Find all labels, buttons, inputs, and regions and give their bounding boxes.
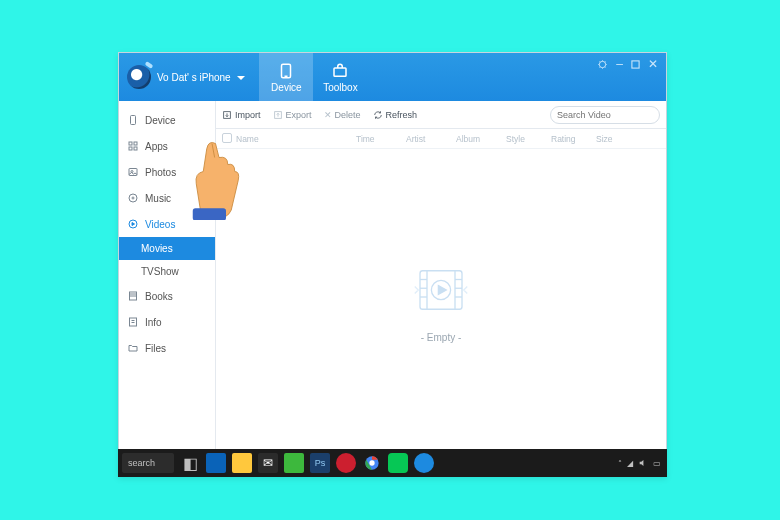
sidebar-item-videos[interactable]: Videos xyxy=(119,211,215,237)
tray-chevron-icon[interactable]: ˄ xyxy=(618,459,622,468)
sidebar-item-photos[interactable]: Photos xyxy=(119,159,215,185)
sidebar-item-books[interactable]: Books xyxy=(119,283,215,309)
music-icon xyxy=(127,192,139,204)
sidebar-sub-label: Movies xyxy=(141,243,173,254)
taskbar-app-line[interactable] xyxy=(388,453,408,473)
col-rating[interactable]: Rating xyxy=(551,134,596,144)
sidebar-item-files[interactable]: Files xyxy=(119,335,215,361)
export-button[interactable]: Export xyxy=(273,110,312,120)
tab-device[interactable]: Device xyxy=(259,53,313,101)
settings-icon[interactable] xyxy=(597,59,608,70)
taskbar-app-opera[interactable] xyxy=(336,453,356,473)
window-close-icon[interactable]: ✕ xyxy=(648,57,658,71)
column-headers: Name Time Artist Album Style Rating Size xyxy=(216,129,666,149)
col-artist[interactable]: Artist xyxy=(406,134,456,144)
title-bar: Vo Dat' s iPhone Device Toolbox – ✕ xyxy=(119,53,666,101)
svg-point-12 xyxy=(129,194,137,202)
sidebar-item-device[interactable]: Device xyxy=(119,107,215,133)
sidebar: Device Apps Photos Music Videos Movies xyxy=(119,101,216,476)
export-label: Export xyxy=(286,110,312,120)
refresh-button[interactable]: Refresh xyxy=(373,110,418,120)
window-minimize-icon[interactable]: – xyxy=(616,57,623,71)
device-name-label: Vo Dat' s iPhone xyxy=(157,72,231,83)
window-maximize-icon[interactable] xyxy=(631,60,640,69)
refresh-icon xyxy=(373,110,383,120)
empty-video-icon xyxy=(406,262,476,318)
books-icon xyxy=(127,290,139,302)
col-album[interactable]: Album xyxy=(456,134,506,144)
sidebar-item-label: Info xyxy=(145,317,162,328)
sidebar-item-label: Videos xyxy=(145,219,175,230)
app-logo-icon xyxy=(127,65,151,89)
search-input[interactable] xyxy=(557,110,669,120)
taskbar-app-green[interactable] xyxy=(284,453,304,473)
sidebar-sub-movies[interactable]: Movies xyxy=(119,237,215,260)
window-controls: – ✕ xyxy=(597,57,658,71)
col-name[interactable]: Name xyxy=(236,134,356,144)
delete-label: Delete xyxy=(335,110,361,120)
taskbar-app-edge[interactable] xyxy=(206,453,226,473)
system-tray[interactable]: ˄ ◢ ▭ xyxy=(618,458,667,468)
app-body: Device Apps Photos Music Videos Movies xyxy=(119,101,666,476)
app-window: Vo Dat' s iPhone Device Toolbox – ✕ Devi… xyxy=(118,52,667,477)
sidebar-sub-tvshow[interactable]: TVShow xyxy=(119,260,215,283)
tray-volume-icon[interactable] xyxy=(638,458,648,468)
svg-rect-7 xyxy=(134,142,137,145)
sidebar-item-music[interactable]: Music xyxy=(119,185,215,211)
chevron-down-icon xyxy=(237,76,245,80)
sidebar-item-label: Files xyxy=(145,343,166,354)
info-icon xyxy=(127,316,139,328)
taskbar-app-mail[interactable]: ✉ xyxy=(258,453,278,473)
select-all-checkbox[interactable] xyxy=(222,133,236,145)
sidebar-item-info[interactable]: Info xyxy=(119,309,215,335)
task-view-icon[interactable]: ◧ xyxy=(180,453,200,473)
svg-rect-9 xyxy=(134,147,137,150)
apps-icon xyxy=(127,140,139,152)
svg-rect-8 xyxy=(129,147,132,150)
empty-label: - Empty - xyxy=(421,332,462,343)
device-icon xyxy=(277,62,295,80)
sidebar-item-apps[interactable]: Apps xyxy=(119,133,215,159)
toolbox-icon xyxy=(331,62,349,80)
tab-toolbox[interactable]: Toolbox xyxy=(313,53,367,101)
import-button[interactable]: Import xyxy=(222,110,261,120)
windows-taskbar: search ◧ ✉ Ps ˄ ◢ ▭ xyxy=(118,449,667,477)
main-panel: Import Export ✕ Delete Refresh xyxy=(216,101,666,476)
tab-device-label: Device xyxy=(271,82,302,93)
sidebar-item-label: Apps xyxy=(145,141,168,152)
import-label: Import xyxy=(235,110,261,120)
phone-icon xyxy=(127,114,139,126)
sidebar-item-label: Photos xyxy=(145,167,176,178)
device-selector[interactable]: Vo Dat' s iPhone xyxy=(157,72,245,83)
taskbar-app-ps[interactable]: Ps xyxy=(310,453,330,473)
delete-icon: ✕ xyxy=(324,110,332,120)
svg-point-3 xyxy=(600,61,606,67)
photos-icon xyxy=(127,166,139,178)
sidebar-item-label: Device xyxy=(145,115,176,126)
svg-rect-5 xyxy=(131,116,136,125)
svg-rect-2 xyxy=(334,68,346,76)
svg-point-36 xyxy=(369,460,374,465)
taskbar-search-label: search xyxy=(128,458,155,468)
taskbar-app-explorer[interactable] xyxy=(232,453,252,473)
delete-button[interactable]: ✕ Delete xyxy=(324,110,361,120)
taskbar-search[interactable]: search xyxy=(122,453,174,473)
tray-network-icon[interactable]: ◢ xyxy=(627,459,633,468)
col-style[interactable]: Style xyxy=(506,134,551,144)
svg-point-13 xyxy=(132,197,134,199)
videos-icon xyxy=(127,218,139,230)
col-time[interactable]: Time xyxy=(356,134,406,144)
taskbar-app-itools[interactable] xyxy=(414,453,434,473)
toolbar: Import Export ✕ Delete Refresh xyxy=(216,101,666,129)
tray-lang-icon[interactable]: ▭ xyxy=(653,459,661,468)
refresh-label: Refresh xyxy=(386,110,418,120)
search-box[interactable] xyxy=(550,106,660,124)
sidebar-item-label: Music xyxy=(145,193,171,204)
import-icon xyxy=(222,110,232,120)
export-icon xyxy=(273,110,283,120)
sidebar-sub-label: TVShow xyxy=(141,266,179,277)
taskbar-app-chrome[interactable] xyxy=(362,453,382,473)
tab-toolbox-label: Toolbox xyxy=(323,82,357,93)
col-size[interactable]: Size xyxy=(596,134,636,144)
svg-rect-4 xyxy=(632,60,639,67)
